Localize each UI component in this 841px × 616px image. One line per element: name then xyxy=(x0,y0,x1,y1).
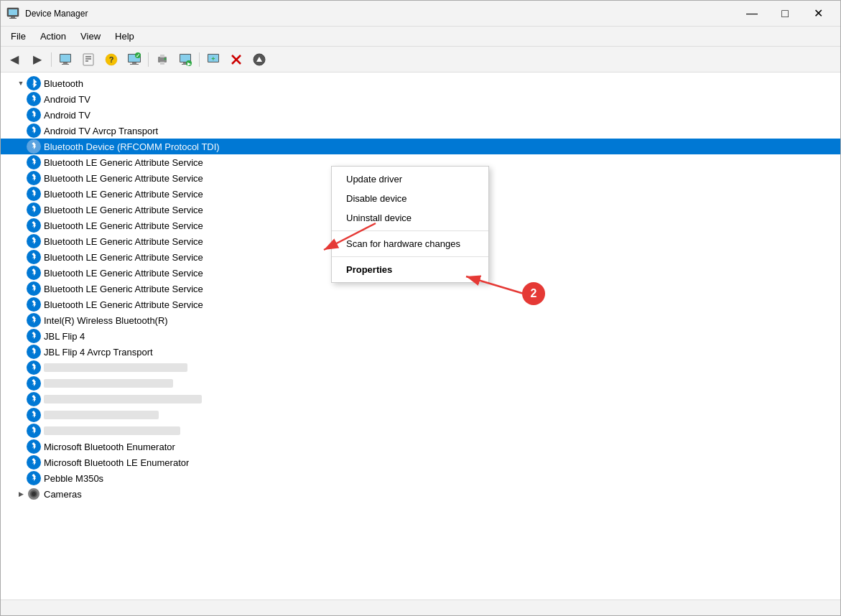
toolbar-sep-3 xyxy=(199,52,200,67)
bt-icon xyxy=(27,171,41,185)
item-label: Bluetooth LE Generic Attribute Service xyxy=(44,157,203,168)
bt-icon xyxy=(27,360,41,375)
tree-item-intel[interactable]: Intel(R) Wireless Bluetooth(R) xyxy=(1,312,840,328)
tree-item-1[interactable]: Android TV xyxy=(1,107,840,123)
ctx-properties[interactable]: Properties xyxy=(332,260,488,279)
item-label: Bluetooth LE Generic Attribute Service xyxy=(44,236,203,247)
device-manager-button[interactable] xyxy=(55,50,76,70)
tree-item-selected[interactable]: Bluetooth Device (RFCOMM Protocol TDI) xyxy=(1,139,840,154)
item-label: Bluetooth LE Generic Attribute Service xyxy=(44,205,203,215)
item-label: Pebble M350s xyxy=(44,473,103,484)
context-menu: Update driver Disable device Uninstall d… xyxy=(331,166,489,283)
svg-rect-7 xyxy=(62,64,69,65)
svg-rect-5 xyxy=(60,55,70,62)
properties-button[interactable] xyxy=(78,50,99,70)
bt-icon xyxy=(27,329,41,343)
svg-rect-17 xyxy=(130,64,139,65)
tree-item-ms-le[interactable]: Microsoft Bluetooth LE Enumerator xyxy=(1,454,840,470)
menu-action[interactable]: Action xyxy=(33,28,73,45)
toolbar: ◀ ▶ ? xyxy=(1,47,840,73)
tree-item-0[interactable]: Android TV xyxy=(1,91,840,107)
menu-file[interactable]: File xyxy=(4,28,33,45)
tree-item-ms-bt[interactable]: Microsoft Bluetooth Enumerator xyxy=(1,439,840,454)
main-content: ▼ Bluetooth Android TV xyxy=(1,73,840,599)
item-label: Bluetooth LE Generic Attribute Service xyxy=(44,268,203,279)
back-button[interactable]: ◀ xyxy=(4,50,25,70)
blurred-label xyxy=(44,426,180,435)
menu-view[interactable]: View xyxy=(73,28,108,45)
item-label: Intel(R) Wireless Bluetooth(R) xyxy=(44,315,168,326)
tree-item-cameras[interactable]: ▶ Cameras xyxy=(1,486,840,502)
tree-item-blurred-5 xyxy=(1,423,840,439)
tree-item-ble-9[interactable]: Bluetooth LE Generic Attribute Service xyxy=(1,281,840,297)
bt-icon xyxy=(27,281,41,296)
item-label: JBL Flip 4 xyxy=(44,331,85,342)
item-label: Bluetooth LE Generic Attribute Service xyxy=(44,220,203,231)
ctx-update-driver[interactable]: Update driver xyxy=(332,169,488,189)
bt-icon xyxy=(27,187,41,201)
tree-item-2[interactable]: Android TV Avrcp Transport xyxy=(1,123,840,139)
expand-bluetooth-icon[interactable]: ▼ xyxy=(15,78,27,89)
bt-icon xyxy=(27,455,41,470)
item-label: Bluetooth LE Generic Attribute Service xyxy=(44,284,203,294)
ctx-disable-device[interactable]: Disable device xyxy=(332,189,488,208)
item-label: Bluetooth LE Generic Attribute Service xyxy=(44,252,203,263)
add-button[interactable]: + xyxy=(203,50,224,70)
item-label: Microsoft Bluetooth Enumerator xyxy=(44,442,175,452)
svg-rect-16 xyxy=(132,62,136,64)
toolbar-sep-1 xyxy=(51,52,52,67)
remove-button[interactable] xyxy=(226,50,247,70)
svg-text:+: + xyxy=(211,55,215,62)
item-label: Bluetooth LE Generic Attribute Service xyxy=(44,299,203,310)
app-icon xyxy=(6,7,19,20)
bt-icon xyxy=(27,92,41,106)
scan-print-button[interactable] xyxy=(152,50,173,70)
ctx-sep-1 xyxy=(332,230,488,231)
tree-item-pebble[interactable]: Pebble M350s xyxy=(1,470,840,486)
bt-icon xyxy=(27,345,41,359)
bt-icon xyxy=(27,234,41,248)
tree-item-jbl1[interactable]: JBL Flip 4 xyxy=(1,328,840,344)
menu-help[interactable]: Help xyxy=(108,28,141,45)
bt-icon xyxy=(27,202,41,217)
status-bar xyxy=(1,599,840,615)
bt-icon xyxy=(27,313,41,327)
bt-icon xyxy=(27,439,41,454)
ctx-scan-changes[interactable]: Scan for hardware changes xyxy=(332,234,488,253)
close-button[interactable]: ✕ xyxy=(801,1,835,27)
download-button[interactable] xyxy=(248,50,270,70)
bt-icon xyxy=(27,297,41,312)
bt-icon xyxy=(27,408,41,422)
ctx-sep-2 xyxy=(332,256,488,257)
tree-item-ble-10[interactable]: Bluetooth LE Generic Attribute Service xyxy=(1,297,840,312)
svg-rect-2 xyxy=(11,17,15,18)
blurred-label xyxy=(44,411,159,419)
svg-rect-6 xyxy=(63,62,68,64)
svg-point-42 xyxy=(32,492,36,496)
item-label: Cameras xyxy=(44,489,82,500)
help-button[interactable]: ? xyxy=(101,50,122,70)
svg-rect-8 xyxy=(83,54,93,65)
tree-item-jbl2[interactable]: JBL Flip 4 Avrcp Transport xyxy=(1,344,840,360)
bt-icon xyxy=(27,424,41,438)
bt-icon xyxy=(27,155,41,169)
forward-button[interactable]: ▶ xyxy=(27,50,48,70)
update-driver-view-button[interactable]: ✓ xyxy=(124,50,145,70)
window-controls: — □ ✕ xyxy=(735,1,835,27)
monitor-button[interactable]: ▶ xyxy=(175,50,196,70)
blurred-label xyxy=(44,395,202,403)
minimize-button[interactable]: — xyxy=(735,1,768,27)
window-title: Device Manager xyxy=(25,9,735,19)
svg-rect-22 xyxy=(160,62,164,65)
bt-icon xyxy=(27,376,41,391)
expand-cameras-icon[interactable]: ▶ xyxy=(15,488,27,500)
menu-bar: File Action View Help xyxy=(1,27,840,47)
bluetooth-root-icon xyxy=(27,76,41,90)
svg-rect-1 xyxy=(9,9,17,15)
bt-icon xyxy=(27,392,41,406)
tree-item-bluetooth-root[interactable]: ▼ Bluetooth xyxy=(1,75,840,91)
maximize-button[interactable]: □ xyxy=(768,1,801,27)
item-label: Android TV xyxy=(44,94,90,105)
device-tree[interactable]: ▼ Bluetooth Android TV xyxy=(1,73,840,599)
ctx-uninstall-device[interactable]: Uninstall device xyxy=(332,208,488,228)
